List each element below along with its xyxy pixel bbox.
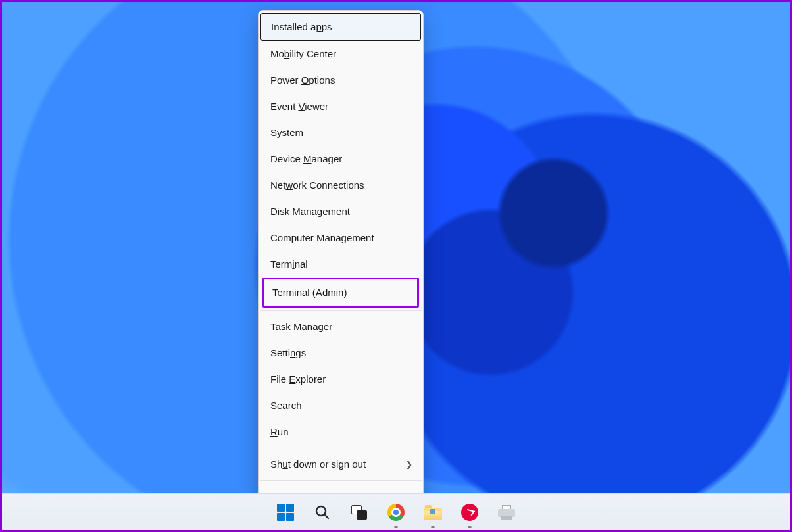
task-view-button[interactable] <box>346 499 372 525</box>
menu-item-shutdown[interactable]: Shut down or sign out❯ <box>259 451 423 477</box>
menu-item-settings[interactable]: Settings <box>259 340 423 366</box>
menu-item-event-viewer[interactable]: Event Viewer <box>259 93 423 120</box>
menu-item-network-connections[interactable]: Network Connections <box>259 172 423 199</box>
menu-item-system[interactable]: System <box>259 120 423 146</box>
windows-logo-icon <box>277 504 294 521</box>
chrome-icon <box>387 504 405 521</box>
menu-item-computer-management[interactable]: Computer Management <box>259 225 423 251</box>
chevron-right-icon: ❯ <box>406 457 412 472</box>
menu-item-terminal[interactable]: Terminal <box>259 251 423 278</box>
menu-separator <box>260 480 422 481</box>
task-view-icon <box>351 505 367 520</box>
menu-item-mobility-center[interactable]: Mobility Center <box>259 41 423 67</box>
search-button[interactable] <box>309 499 335 525</box>
taskbar <box>2 493 790 530</box>
menu-separator <box>260 448 422 448</box>
red-app-icon <box>461 504 478 521</box>
search-icon <box>314 504 330 520</box>
svg-line-3 <box>324 514 328 518</box>
menu-item-installed-apps[interactable]: Installed apps <box>260 13 421 41</box>
red-circle-app[interactable] <box>457 499 483 525</box>
menu-item-task-manager[interactable]: Task Manager <box>259 314 423 340</box>
menu-item-run[interactable]: Run <box>259 419 423 445</box>
menu-separator <box>260 310 422 311</box>
winx-context-menu: Installed apps Mobility Center Power Opt… <box>258 10 424 514</box>
menu-item-device-manager[interactable]: Device Manager <box>259 146 423 172</box>
start-button[interactable] <box>272 499 299 525</box>
printer-icon <box>498 505 515 520</box>
menu-item-file-explorer[interactable]: File Explorer <box>259 366 423 393</box>
printer-app[interactable] <box>493 499 520 525</box>
menu-item-terminal-admin[interactable]: Terminal (Admin) <box>262 278 419 308</box>
menu-item-search[interactable]: Search <box>259 393 423 419</box>
chrome-app[interactable] <box>383 499 409 525</box>
folder-icon <box>424 505 442 520</box>
menu-item-power-options[interactable]: Power Options <box>259 67 423 93</box>
file-explorer-app[interactable] <box>420 499 446 525</box>
menu-item-disk-management[interactable]: Disk Management <box>259 199 423 225</box>
